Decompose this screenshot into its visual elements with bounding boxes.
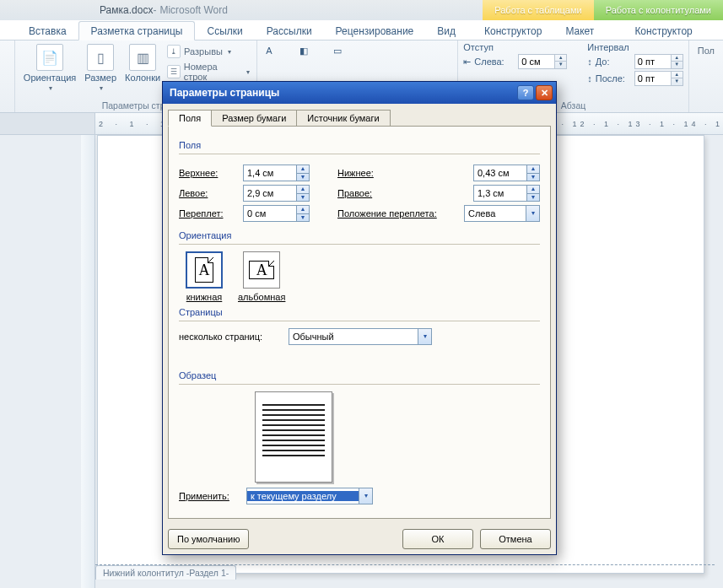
indent-header: Отступ xyxy=(463,42,567,52)
dialog-help-button[interactable]: ? xyxy=(517,85,534,100)
ribbon-group-spacer xyxy=(0,40,15,112)
spinner-arrows[interactable]: ▲▼ xyxy=(526,186,539,201)
section-rule xyxy=(179,321,540,321)
orientation-portrait-button[interactable]: A книжная xyxy=(186,251,223,302)
section-preview-label: Образец xyxy=(179,370,540,380)
size-icon: ▯ xyxy=(87,44,114,71)
ribbon-tabs: Вставка Разметка страницы Ссылки Рассылк… xyxy=(0,20,723,40)
chevron-down-icon: ▾ xyxy=(418,329,431,344)
chevron-down-icon: ▾ xyxy=(49,84,52,92)
gutter-label: Переплет: xyxy=(179,208,243,218)
bottom-margin-label: Нижнее: xyxy=(337,168,402,178)
right-margin-field[interactable] xyxy=(474,186,526,201)
page-color-icon[interactable]: ◧ xyxy=(299,46,326,73)
contextual-tab-headers: Работа с таблицами Работа с колонтитулам… xyxy=(483,0,723,20)
tab-table-layout[interactable]: Макет xyxy=(553,22,606,40)
top-margin-label: Верхнее: xyxy=(179,168,243,178)
dialog-close-button[interactable]: ✕ xyxy=(536,85,553,100)
tab-page-layout[interactable]: Разметка страницы xyxy=(78,21,196,40)
multiple-pages-value: Обычный xyxy=(289,332,418,342)
spacing-before-field[interactable] xyxy=(635,55,671,68)
columns-icon: ▥ xyxy=(129,44,156,71)
section-rule xyxy=(179,384,540,385)
orientation-landscape-button[interactable]: A альбомная xyxy=(238,251,285,302)
left-margin-label: Левое: xyxy=(179,188,243,198)
spacing-before-input[interactable]: ▲▼ xyxy=(634,54,683,69)
ribbon-group-tail: Пол xyxy=(689,40,723,112)
context-tab-table-tools: Работа с таблицами xyxy=(483,0,593,20)
spinner-arrows[interactable]: ▲▼ xyxy=(671,72,683,85)
gutter-field[interactable] xyxy=(244,206,296,221)
size-label: Размер xyxy=(84,73,116,83)
tab-insert[interactable]: Вставка xyxy=(17,22,78,40)
tab-view[interactable]: Вид xyxy=(425,22,467,40)
gutter-position-label: Положение переплета: xyxy=(337,208,464,218)
right-margin-label: Правое: xyxy=(337,188,402,198)
tab-headerfooter-design[interactable]: Конструктор xyxy=(623,22,704,40)
spacing-after-input[interactable]: ▲▼ xyxy=(634,71,683,86)
spacing-before-icon: ↕ xyxy=(587,57,592,67)
orientation-icon: 📄 xyxy=(36,44,63,71)
dialog-body: Поля Верхнее: ▲▼ Левое: ▲▼ xyxy=(168,126,551,519)
vertical-ruler[interactable] xyxy=(81,135,95,588)
gutter-input[interactable]: ▲▼ xyxy=(243,205,310,222)
section-orientation-label: Ориентация xyxy=(179,230,540,240)
size-button[interactable]: ▯ Размер ▾ xyxy=(81,42,120,94)
spinner-arrows[interactable]: ▲▼ xyxy=(526,165,539,181)
spacing-before-label: До: xyxy=(596,57,631,67)
bottom-margin-input[interactable]: ▲▼ xyxy=(473,165,540,181)
title-dash: - xyxy=(153,4,156,16)
preview-page xyxy=(255,391,332,483)
spacing-header: Интервал xyxy=(587,42,683,52)
bottom-margin-field[interactable] xyxy=(474,165,526,181)
tab-review[interactable]: Рецензирование xyxy=(324,22,426,40)
breaks-menu[interactable]: ⤓ Разрывы ▾ xyxy=(165,44,251,59)
tab-references[interactable]: Ссылки xyxy=(195,22,254,40)
left-margin-field[interactable] xyxy=(244,186,296,201)
dialog-title: Параметры страницы xyxy=(170,87,279,99)
columns-button[interactable]: ▥ Колонки xyxy=(121,42,164,94)
ok-button[interactable]: ОК xyxy=(402,529,473,549)
tab-mailings[interactable]: Рассылки xyxy=(255,22,324,40)
indent-left-input[interactable]: ▲▼ xyxy=(518,54,567,69)
dialog-title-bar[interactable]: Параметры страницы ? ✕ xyxy=(163,82,556,104)
chevron-down-icon: ▾ xyxy=(100,84,103,92)
footer-section-tab[interactable]: Нижний колонтитул -Раздел 1- xyxy=(95,565,236,580)
spinner-arrows[interactable]: ▲▼ xyxy=(296,206,309,221)
top-margin-input[interactable]: ▲▼ xyxy=(243,165,310,181)
dialog-tab-fields[interactable]: Поля xyxy=(168,110,212,127)
apply-to-combo[interactable]: к текущему разделу ▾ xyxy=(246,488,373,504)
indent-left-field[interactable] xyxy=(519,55,554,68)
help-icon: ? xyxy=(523,88,529,98)
spacing-after-label: После: xyxy=(596,73,631,84)
right-margin-input[interactable]: ▲▼ xyxy=(473,185,540,202)
cancel-button[interactable]: Отмена xyxy=(480,529,551,549)
spacing-after-field[interactable] xyxy=(635,72,671,85)
gutter-position-combo[interactable]: Слева ▾ xyxy=(464,205,540,222)
top-margin-field[interactable] xyxy=(244,165,296,181)
dialog-tab-paper-size[interactable]: Размер бумаги xyxy=(211,110,297,127)
section-rule xyxy=(179,244,540,245)
spacing-after-icon: ↕ xyxy=(587,73,592,84)
dialog-tab-paper-source[interactable]: Источник бумаги xyxy=(296,110,390,127)
tab-table-design[interactable]: Конструктор xyxy=(472,22,553,40)
left-margin-input[interactable]: ▲▼ xyxy=(243,185,310,202)
spinner-arrows[interactable]: ▲▼ xyxy=(554,55,566,68)
chevron-down-icon: ▾ xyxy=(526,206,539,221)
page-borders-icon[interactable]: ▭ xyxy=(333,46,360,73)
multiple-pages-combo[interactable]: Обычный ▾ xyxy=(289,328,432,345)
line-numbers-menu[interactable]: ☰ Номера строк ▾ xyxy=(165,61,251,83)
spinner-arrows[interactable]: ▲▼ xyxy=(296,165,309,181)
defaults-button[interactable]: По умолчанию xyxy=(168,529,249,549)
app-name: Microsoft Word xyxy=(159,4,227,16)
indent-left-icon: ⇤ xyxy=(463,57,471,67)
portrait-icon: A xyxy=(186,251,223,289)
orientation-button[interactable]: 📄 Ориентация ▾ xyxy=(20,42,79,94)
chevron-down-icon: ▾ xyxy=(359,488,372,504)
watermark-icon[interactable]: A xyxy=(266,46,293,73)
spinner-arrows[interactable]: ▲▼ xyxy=(671,55,683,68)
columns-label: Колонки xyxy=(125,73,160,83)
apply-to-label: Применить: xyxy=(179,491,246,501)
spinner-arrows[interactable]: ▲▼ xyxy=(296,186,309,201)
breaks-icon: ⤓ xyxy=(167,45,181,58)
